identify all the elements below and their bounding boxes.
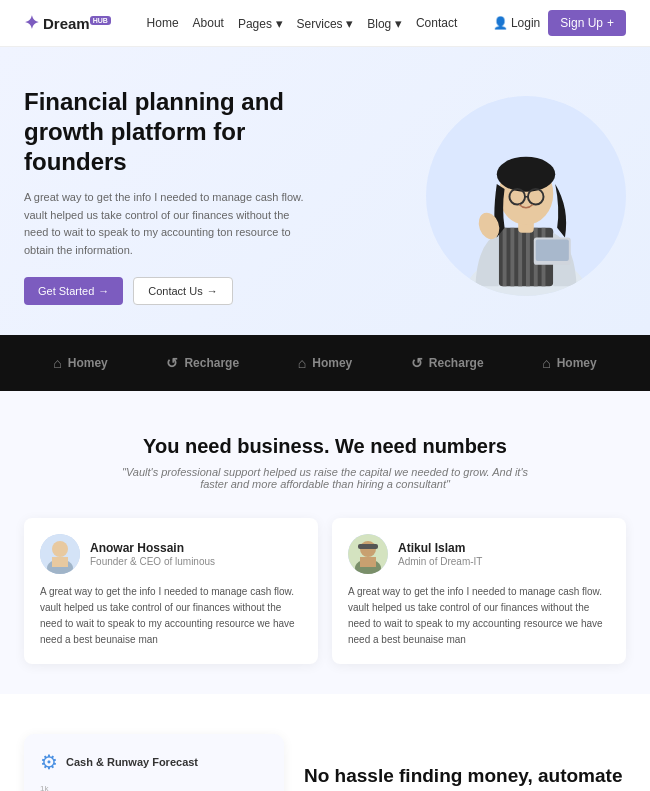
- chart-inner: 1k 50 20 0: [40, 784, 268, 791]
- arrow-icon: →: [207, 285, 218, 297]
- partner-5: ⌂ Homey: [542, 355, 596, 371]
- testimonial-info-2: Atikul Islam Admin of Dream-IT: [398, 541, 482, 567]
- hero-content: Financial planning and growth platform f…: [24, 87, 314, 305]
- hero-actions: Get Started → Contact Us →: [24, 277, 314, 305]
- contact-us-button[interactable]: Contact Us →: [133, 277, 232, 305]
- svg-rect-2: [503, 228, 507, 286]
- section-nohassle: ⚙ Cash & Runway Forecast 1k 50 20 0 No h…: [0, 694, 650, 791]
- nav-about[interactable]: About: [193, 16, 224, 30]
- testimonial-name-1: Anowar Hossain: [90, 541, 215, 555]
- chart-card: ⚙ Cash & Runway Forecast 1k 50 20 0: [24, 734, 284, 791]
- partner-1: ⌂ Homey: [53, 355, 107, 371]
- testimonial-role-2: Admin of Dream-IT: [398, 556, 482, 567]
- chart-bars-container: [53, 784, 268, 791]
- partner-2: ↺ Recharge: [166, 355, 239, 371]
- svg-point-10: [497, 157, 555, 192]
- partner-name: Homey: [557, 356, 597, 370]
- nav-blog[interactable]: Blog ▾: [367, 16, 402, 31]
- homey-icon: ⌂: [53, 355, 61, 371]
- signup-button[interactable]: Sign Up +: [548, 10, 626, 36]
- plus-icon: +: [607, 16, 614, 30]
- chart-header: ⚙ Cash & Runway Forecast: [40, 750, 268, 774]
- nav-pages[interactable]: Pages ▾: [238, 16, 283, 31]
- partner-name: Homey: [312, 356, 352, 370]
- homey-icon-3: ⌂: [542, 355, 550, 371]
- nav-links: Home About Pages ▾ Services ▾ Blog ▾ Con…: [147, 16, 458, 31]
- partner-name: Recharge: [429, 356, 484, 370]
- testimonial-text-2: A great way to get the info I needed to …: [348, 584, 610, 648]
- partner-4: ↺ Recharge: [411, 355, 484, 371]
- svg-rect-24: [360, 557, 376, 567]
- svg-point-18: [52, 541, 68, 557]
- section-numbers-title: You need business. We need numbers: [24, 435, 626, 458]
- svg-rect-20: [52, 557, 68, 567]
- hero-title: Financial planning and growth platform f…: [24, 87, 314, 177]
- avatar-2: [348, 534, 388, 574]
- chart-title: Cash & Runway Forecast: [66, 756, 198, 768]
- y-label-1: 1k: [40, 784, 49, 791]
- person-icon: 👤: [493, 16, 508, 30]
- homey-icon-2: ⌂: [298, 355, 306, 371]
- navbar: ✦ DreamHUB Home About Pages ▾ Services ▾…: [0, 0, 650, 47]
- recharge-icon: ↺: [166, 355, 178, 371]
- get-started-button[interactable]: Get Started →: [24, 277, 123, 305]
- logo-text: DreamHUB: [43, 15, 111, 32]
- logo[interactable]: ✦ DreamHUB: [24, 12, 111, 34]
- nohassle-chart-area: ⚙ Cash & Runway Forecast 1k 50 20 0: [24, 734, 284, 791]
- section-numbers: You need business. We need numbers "Vaul…: [0, 391, 650, 694]
- testimonial-role-1: Founder & CEO of luminous: [90, 556, 215, 567]
- nav-actions: 👤 Login Sign Up +: [493, 10, 626, 36]
- y-axis: 1k 50 20 0: [40, 784, 49, 791]
- section-numbers-subtitle: "Vault's professional support helped us …: [115, 466, 535, 490]
- nohassle-content: No hassle finding money, automate it wit…: [304, 734, 626, 791]
- hero-image: [426, 96, 626, 296]
- partner-name: Recharge: [184, 356, 239, 370]
- testimonial-text-1: A great way to get the info I needed to …: [40, 584, 302, 648]
- partner-3: ⌂ Homey: [298, 355, 352, 371]
- testimonial-info-1: Anowar Hossain Founder & CEO of luminous: [90, 541, 215, 567]
- testimonial-header-2: Atikul Islam Admin of Dream-IT: [348, 534, 610, 574]
- svg-rect-3: [510, 228, 514, 286]
- nav-services[interactable]: Services ▾: [297, 16, 354, 31]
- svg-rect-4: [518, 228, 522, 286]
- arrow-icon: →: [98, 285, 109, 297]
- login-button[interactable]: 👤 Login: [493, 16, 540, 30]
- testimonial-card-1: Anowar Hossain Founder & CEO of luminous…: [24, 518, 318, 664]
- partner-name: Homey: [68, 356, 108, 370]
- hero-section: Financial planning and growth platform f…: [0, 47, 650, 335]
- chart-bars: [53, 784, 268, 791]
- testimonial-header-1: Anowar Hossain Founder & CEO of luminous: [40, 534, 302, 574]
- avatar-1: [40, 534, 80, 574]
- logo-icon: ✦: [24, 12, 39, 34]
- nav-contact[interactable]: Contact: [416, 16, 457, 30]
- hero-person-svg: [446, 111, 606, 296]
- testimonials-grid: Anowar Hossain Founder & CEO of luminous…: [24, 518, 626, 664]
- nav-home[interactable]: Home: [147, 16, 179, 30]
- hero-description: A great way to get the info I needed to …: [24, 189, 314, 259]
- testimonial-card-2: Atikul Islam Admin of Dream-IT A great w…: [332, 518, 626, 664]
- svg-rect-15: [536, 240, 569, 261]
- avatar-svg-1: [40, 534, 80, 574]
- avatar-svg-2: [348, 534, 388, 574]
- svg-rect-5: [526, 228, 530, 286]
- partners-band: ⌂ Homey ↺ Recharge ⌂ Homey ↺ Recharge ⌂ …: [0, 335, 650, 391]
- testimonial-name-2: Atikul Islam: [398, 541, 482, 555]
- recharge-icon-2: ↺: [411, 355, 423, 371]
- gear-icon: ⚙: [40, 750, 58, 774]
- nohassle-title: No hassle finding money, automate it wit…: [304, 764, 626, 791]
- svg-rect-25: [358, 544, 378, 549]
